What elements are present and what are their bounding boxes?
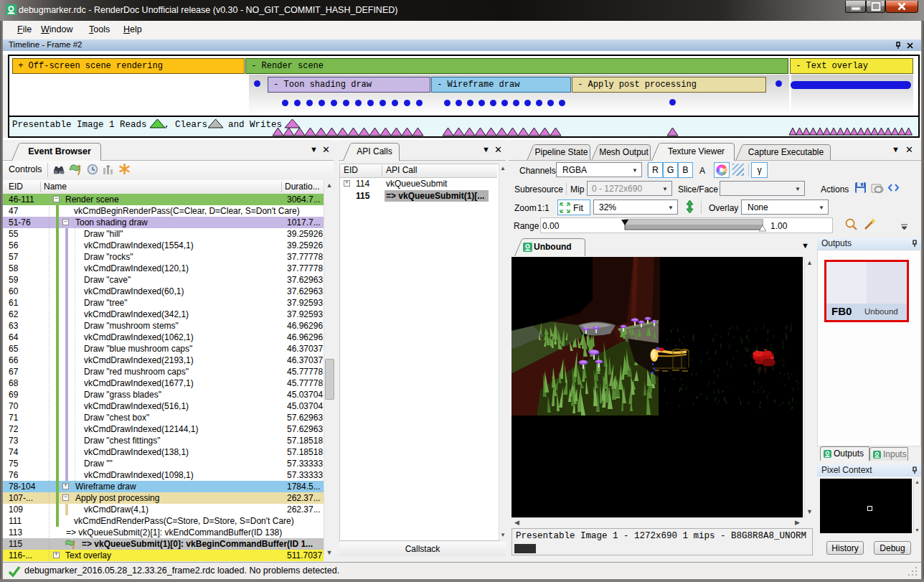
svg-text:Unbound: Unbound [534,242,572,252]
svg-text:API Calls: API Calls [357,146,392,156]
svg-text:Event Browser: Event Browser [28,146,91,156]
svg-text:Pipeline State: Pipeline State [534,147,588,157]
svg-text:Texture Viewer: Texture Viewer [668,146,725,156]
svg-text:Capture Executable: Capture Executable [748,147,824,157]
svg-text:Mesh Output: Mesh Output [599,147,649,157]
